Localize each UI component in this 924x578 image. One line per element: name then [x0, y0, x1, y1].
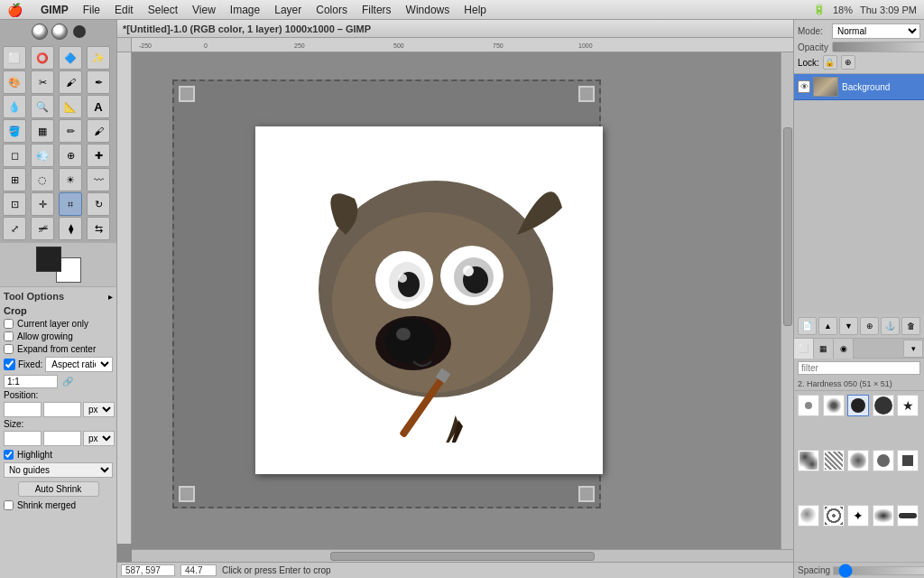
tool-perspective[interactable]: ⧫	[59, 217, 82, 240]
delete-layer-button[interactable]: 🗑	[901, 317, 920, 335]
tool-heal[interactable]: ✚	[87, 144, 110, 167]
handle-top-right[interactable]	[578, 86, 595, 102]
brush-cell-1[interactable]	[798, 395, 819, 416]
current-layer-only-checkbox[interactable]	[4, 319, 14, 329]
menu-colors[interactable]: Colors	[309, 2, 355, 18]
v-scroll-thumb[interactable]	[783, 127, 792, 326]
tool-blur[interactable]: ◌	[31, 168, 54, 191]
menu-edit[interactable]: Edit	[107, 2, 141, 18]
tool-smudge[interactable]: 〰	[87, 168, 110, 191]
tool-move[interactable]: ✛	[31, 192, 54, 216]
spacing-slider[interactable]	[833, 566, 924, 575]
tool-measure[interactable]: 📐	[59, 95, 82, 118]
brush-tab-brushes[interactable]: ◉	[834, 339, 854, 359]
brush-cell-11[interactable]	[798, 505, 819, 527]
menu-help[interactable]: Help	[457, 2, 494, 18]
apple-menu[interactable]: 🍎	[7, 3, 23, 17]
brush-cell-10[interactable]	[897, 450, 919, 471]
canvas-container[interactable]: -250 0 250 500 750 1000	[117, 38, 793, 562]
tool-bucket-fill[interactable]: 🪣	[3, 119, 26, 143]
raise-layer-button[interactable]: ▲	[818, 317, 837, 335]
menu-file[interactable]: File	[76, 2, 107, 18]
vertical-scrollbar[interactable]	[781, 52, 793, 549]
layer-visibility-toggle[interactable]: 👁	[798, 80, 810, 93]
size-w-input[interactable]: 605	[4, 431, 42, 446]
brush-cell-3[interactable]	[847, 395, 869, 416]
brush-cell-5[interactable]: ★	[897, 395, 919, 416]
lock-position-button[interactable]: ⊕	[841, 55, 855, 70]
tool-rotate[interactable]: ↻	[87, 192, 110, 216]
shrink-merged-checkbox[interactable]	[4, 500, 14, 510]
brush-cell-13[interactable]: ✦	[847, 505, 869, 527]
auto-shrink-button[interactable]: Auto Shrink	[18, 481, 99, 497]
tool-foreground-select[interactable]: 🖌	[59, 70, 82, 94]
new-layer-button[interactable]: 📄	[798, 317, 817, 335]
menu-image[interactable]: Image	[223, 2, 267, 18]
highlight-checkbox[interactable]	[4, 450, 14, 460]
tool-zoom[interactable]: 🔍	[31, 95, 54, 118]
brush-cell-15[interactable]	[897, 505, 919, 527]
ratio-input[interactable]	[4, 375, 58, 388]
lock-pixels-button[interactable]: 🔒	[823, 55, 837, 70]
tool-paintbrush[interactable]: 🖌	[87, 119, 110, 143]
tool-shear[interactable]: ⧣	[31, 217, 54, 240]
brush-panel-options[interactable]: ▾	[903, 340, 923, 358]
tool-clone[interactable]: ⊕	[59, 144, 82, 167]
brush-cell-14[interactable]	[873, 505, 894, 527]
h-scroll-thumb[interactable]	[330, 552, 595, 561]
fixed-checkbox[interactable]	[4, 359, 15, 370]
pos-x-input[interactable]: 192	[4, 402, 42, 417]
tool-blend[interactable]: ▦	[31, 119, 54, 143]
handle-bottom-left[interactable]	[179, 486, 195, 502]
tool-scissors[interactable]: ✂	[31, 70, 54, 94]
menu-gimp[interactable]: GIMP	[33, 2, 76, 18]
menu-view[interactable]: View	[185, 2, 223, 18]
fixed-select[interactable]: Aspect ratio Width Height Size	[45, 357, 113, 372]
color-swatches[interactable]	[36, 247, 81, 283]
tool-fuzzy-select[interactable]: ✨	[87, 46, 110, 70]
tool-pencil[interactable]: ✏	[59, 119, 82, 143]
brush-tab-patterns[interactable]: ⬜	[794, 339, 814, 359]
duplicate-layer-button[interactable]: ⊕	[860, 317, 879, 335]
opacity-slider[interactable]	[832, 42, 924, 52]
tool-options-menu[interactable]: ▸	[108, 292, 113, 302]
tool-color-picker[interactable]: 💧	[3, 95, 26, 118]
brush-filter-input[interactable]	[798, 361, 920, 375]
brush-cell-12[interactable]	[823, 505, 845, 527]
tool-align[interactable]: ⊡	[3, 192, 26, 216]
guides-select[interactable]: No guides Rule of thirds Golden sections	[4, 462, 113, 478]
tool-perspective-clone[interactable]: ⊞	[3, 168, 26, 191]
brush-cell-7[interactable]	[823, 450, 845, 471]
menu-windows[interactable]: Windows	[399, 2, 457, 18]
horizontal-scrollbar[interactable]	[132, 549, 793, 562]
handle-top-left[interactable]	[179, 86, 195, 102]
pos-unit-select[interactable]: px%	[83, 402, 115, 417]
pos-y-input[interactable]: 194	[43, 402, 81, 417]
tool-text[interactable]: A	[87, 95, 110, 118]
expand-from-center-checkbox[interactable]	[4, 344, 14, 354]
layer-item-background[interactable]: 👁 Background	[794, 74, 924, 100]
tool-dodge[interactable]: ☀	[59, 168, 82, 191]
menu-layer[interactable]: Layer	[267, 2, 309, 18]
allow-growing-checkbox[interactable]	[4, 331, 14, 341]
tool-ellipse-select[interactable]: ⭕	[31, 46, 54, 70]
mode-select[interactable]: Normal Dissolve Multiply Screen Overlay	[832, 23, 920, 39]
tool-eraser[interactable]: ◻	[3, 144, 26, 167]
anchor-layer-button[interactable]: ⚓	[881, 317, 900, 335]
canvas-work[interactable]	[132, 52, 781, 549]
brush-cell-9[interactable]	[873, 450, 894, 471]
brush-cell-6[interactable]	[798, 450, 819, 471]
size-unit-select[interactable]: px%	[83, 431, 115, 446]
tool-rect-select[interactable]: ⬜	[3, 46, 26, 70]
lower-layer-button[interactable]: ▼	[839, 317, 858, 335]
tool-free-select[interactable]: 🔷	[59, 46, 82, 70]
size-h-input[interactable]: 605	[43, 431, 81, 446]
brush-cell-4[interactable]	[873, 395, 894, 416]
tool-crop[interactable]: ⌗	[59, 192, 82, 216]
tool-airbrush[interactable]: 💨	[31, 144, 54, 167]
menu-filters[interactable]: Filters	[355, 2, 399, 18]
tool-flip[interactable]: ⇆	[87, 217, 110, 240]
tool-by-color[interactable]: 🎨	[3, 70, 26, 94]
tool-scale[interactable]: ⤢	[3, 217, 26, 240]
brush-tab-gradients[interactable]: ▦	[814, 339, 834, 359]
